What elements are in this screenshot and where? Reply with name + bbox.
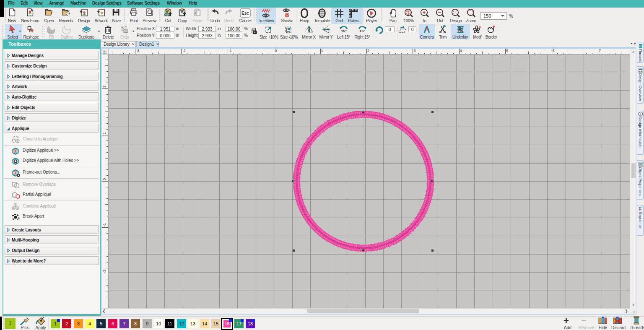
svg-text:Esc: Esc: [242, 11, 249, 16]
svg-text:15°: 15°: [341, 29, 347, 33]
svg-text:15°: 15°: [359, 29, 365, 33]
